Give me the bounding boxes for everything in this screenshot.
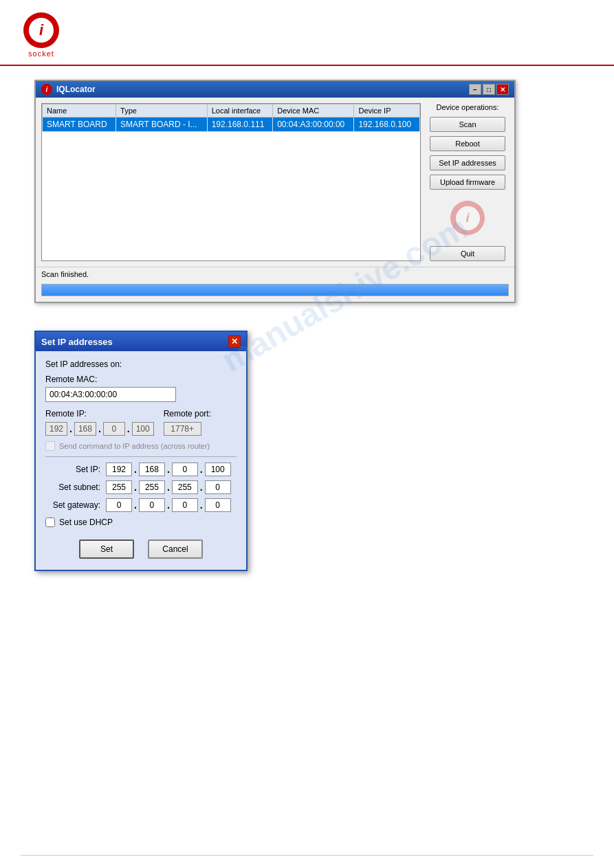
divider xyxy=(45,456,237,457)
remote-mac-input[interactable] xyxy=(45,387,176,402)
set-subnet-seg1[interactable] xyxy=(106,480,132,494)
send-command-label: Send command to IP address (across route… xyxy=(59,442,210,450)
set-button[interactable]: Set xyxy=(79,539,134,559)
device-ops-label: Device operations: xyxy=(436,103,498,111)
logo-circle: i xyxy=(23,12,59,48)
dot3: . xyxy=(127,423,131,434)
set-subnet-inputs: . . . xyxy=(106,480,231,494)
window-body: Name Type Local interface Device MAC Dev… xyxy=(36,98,514,267)
logo-circle-inner: i xyxy=(29,18,54,43)
window-controls: − □ ✕ xyxy=(469,84,509,95)
logo-area: i socket xyxy=(0,0,614,66)
set-ip-seg3[interactable] xyxy=(172,463,198,476)
set-gateway-inputs: . . . xyxy=(106,498,231,512)
logo-watermark: i xyxy=(450,201,485,235)
remote-section: Remote IP: . . . Remote port: xyxy=(45,409,237,436)
set-gateway-label: Set gateway: xyxy=(45,500,100,510)
cancel-button[interactable]: Cancel xyxy=(148,539,203,559)
status-bar: Scan finished. xyxy=(36,267,514,281)
restore-button[interactable]: □ xyxy=(483,84,495,95)
set-ip-inputs: . . . xyxy=(106,463,231,476)
close-button[interactable]: ✕ xyxy=(496,84,509,95)
set-subnet-seg3[interactable] xyxy=(172,480,198,494)
iq-logo-icon: i xyxy=(41,84,52,95)
col-type: Type xyxy=(116,104,208,118)
table-header-row: Name Type Local interface Device MAC Dev… xyxy=(43,104,420,118)
dialog-buttons: Set Cancel xyxy=(45,533,237,561)
dot-si3: . xyxy=(199,464,204,475)
set-ip-dialog: Set IP addresses ✕ Set IP addresses on: … xyxy=(34,331,248,571)
set-gw-seg1[interactable] xyxy=(106,498,132,512)
dhcp-row: Set use DHCP xyxy=(45,518,237,527)
dot-ss2: . xyxy=(166,482,171,493)
set-ip-seg1[interactable] xyxy=(106,463,132,476)
dhcp-checkbox[interactable] xyxy=(45,518,55,527)
set-gw-seg3[interactable] xyxy=(172,498,198,512)
dot1: . xyxy=(69,423,73,434)
dot-ss1: . xyxy=(133,482,138,493)
status-text: Scan finished. xyxy=(41,270,89,278)
table-cell-local_interface: 192.168.0.111 xyxy=(207,118,273,132)
set-subnet-row: Set subnet: . . . xyxy=(45,480,237,494)
set-gw-seg4[interactable] xyxy=(205,498,231,512)
remote-port-label: Remote port: xyxy=(164,409,211,419)
table-cell-type: SMART BOARD - I... xyxy=(116,118,208,132)
logo-wrapper: i socket xyxy=(21,12,62,58)
remote-ip-seg2[interactable] xyxy=(74,422,96,436)
remote-ip-row: . . . xyxy=(45,422,154,436)
remote-ip-seg3[interactable] xyxy=(103,422,125,436)
main-content: i IQLocator − □ ✕ Name Type Local interf… xyxy=(0,66,614,585)
send-command-row: Send command to IP address (across route… xyxy=(45,441,237,451)
remote-ip-seg1[interactable] xyxy=(45,422,67,436)
reboot-button[interactable]: Reboot xyxy=(430,136,505,151)
remote-port-input[interactable] xyxy=(164,422,201,436)
bottom-rule xyxy=(21,855,593,856)
set-ip-row: Set IP: . . . xyxy=(45,463,237,476)
table-cell-device_mac: 00:04:A3:00:00:00 xyxy=(273,118,354,132)
quit-button[interactable]: Quit xyxy=(430,246,505,261)
set-subnet-label: Set subnet: xyxy=(45,482,100,492)
logo-watermark-inner: i xyxy=(456,206,480,230)
set-gw-seg2[interactable] xyxy=(139,498,165,512)
send-command-checkbox[interactable] xyxy=(45,441,55,451)
remote-ip-seg4[interactable] xyxy=(132,422,154,436)
dot-si2: . xyxy=(166,464,171,475)
device-table: Name Type Local interface Device MAC Dev… xyxy=(42,104,420,132)
dot-ss3: . xyxy=(199,482,204,493)
dhcp-label: Set use DHCP xyxy=(59,518,113,527)
window-title-left: i IQLocator xyxy=(41,84,96,95)
col-device-ip: Device IP xyxy=(354,104,420,118)
set-ip-button[interactable]: Set IP addresses xyxy=(430,155,505,170)
window-title: IQLocator xyxy=(56,85,96,94)
set-ip-seg2[interactable] xyxy=(139,463,165,476)
set-ip-label: Set IP: xyxy=(45,465,100,474)
dialog-titlebar: Set IP addresses ✕ xyxy=(36,332,246,351)
dot-gw3: . xyxy=(199,500,204,511)
set-ip-seg4[interactable] xyxy=(205,463,231,476)
remote-ip-col: Remote IP: . . . xyxy=(45,409,154,436)
col-local-interface: Local interface xyxy=(207,104,273,118)
dot-si1: . xyxy=(133,464,138,475)
dialog-close-button[interactable]: ✕ xyxy=(228,335,241,348)
remote-port-col: Remote port: xyxy=(164,409,211,436)
progress-bar-fill xyxy=(42,285,508,296)
logo-text: socket xyxy=(28,49,54,58)
dot-gw1: . xyxy=(133,500,138,511)
table-row[interactable]: SMART BOARDSMART BOARD - I...192.168.0.1… xyxy=(43,118,420,132)
table-cell-name: SMART BOARD xyxy=(43,118,116,132)
dot-gw2: . xyxy=(166,500,171,511)
set-subnet-seg4[interactable] xyxy=(205,480,231,494)
dialog-title: Set IP addresses xyxy=(41,337,113,347)
device-table-area: Name Type Local interface Device MAC Dev… xyxy=(41,103,421,261)
upload-firmware-button[interactable]: Upload firmware xyxy=(430,175,505,190)
right-panel: Device operations: Scan Reboot Set IP ad… xyxy=(426,103,509,261)
dot2: . xyxy=(98,423,102,434)
progress-bar-container xyxy=(41,284,509,296)
remote-ip-port-section: Remote IP: . . . Remote port: xyxy=(45,409,237,436)
minimize-button[interactable]: − xyxy=(469,84,481,95)
iqlocator-window: i IQLocator − □ ✕ Name Type Local interf… xyxy=(34,80,516,303)
logo-letter: i xyxy=(39,21,43,39)
set-subnet-seg2[interactable] xyxy=(139,480,165,494)
scan-button[interactable]: Scan xyxy=(430,117,505,132)
table-cell-device_ip: 192.168.0.100 xyxy=(354,118,420,132)
